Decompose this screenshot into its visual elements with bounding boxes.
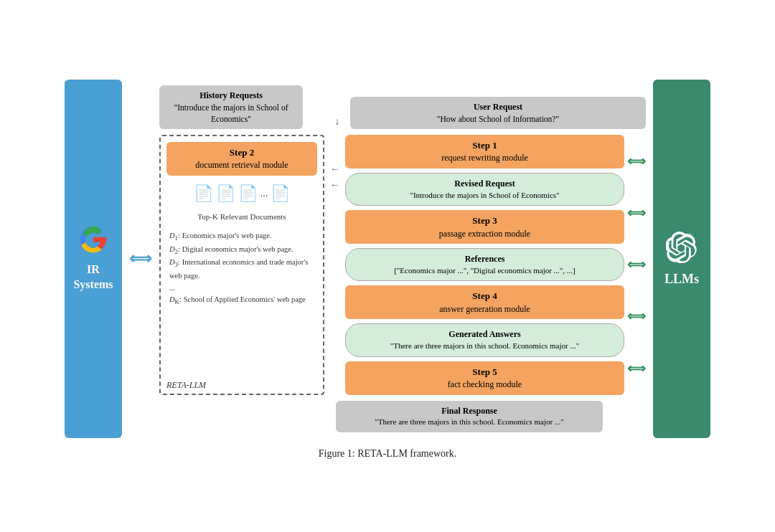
user-request-spacer: User Request "How about School of Inform… — [350, 97, 646, 129]
revised-request-box: Revised Request "Introduce the majors in… — [345, 173, 624, 206]
topk-label: Top-K Relevant Documents — [166, 212, 317, 222]
generated-answers-text: "There are three majors in this school. … — [354, 341, 615, 351]
docs-icons-row: 📄 📄 📄 ... 📄 — [166, 181, 317, 206]
doc-list: D1: Economics major's web page. D2: Digi… — [166, 227, 317, 325]
doc-item-k: DK: School of Applied Economics' web pag… — [169, 294, 314, 307]
revised-request-text: "Introduce the majors in School of Econo… — [354, 190, 615, 201]
step1-label: request rewriting module — [441, 153, 528, 163]
left-dashed-panel: Step 2 document retrieval module 📄 📄 📄 .… — [159, 135, 324, 395]
llm-arrows-col: ⟺ ⟺ ⟺ ⟺ ⟺ — [627, 135, 646, 395]
final-response-row: Final Response "There are three majors i… — [159, 399, 646, 432]
google-logo — [79, 225, 108, 257]
doc-item-1: D1: Economics major's web page. — [169, 230, 314, 243]
doc-item-3: D3: International economics and trade ma… — [169, 257, 314, 282]
doc-icon-2: 📄 — [216, 184, 235, 203]
step3-label: passage extraction module — [439, 229, 530, 239]
step3-num: Step 3 — [354, 214, 616, 227]
doc-item-dots: ... — [169, 282, 314, 295]
final-response-text: "There are three majors in this school. … — [344, 417, 594, 427]
final-response-title: Final Response — [344, 405, 594, 417]
references-text: ["Economics major ...", "Digital economi… — [354, 265, 615, 276]
history-requests-box: History Requests "Introduce the majors i… — [159, 85, 303, 129]
ir-systems-label: IR Systems — [68, 262, 118, 293]
diagram: IR Systems ⟺ History Requests "Introduce… — [65, 80, 710, 438]
main-content: Step 2 document retrieval module 📄 📄 📄 .… — [159, 135, 646, 395]
references-title: References — [354, 253, 615, 265]
step2-label: document retrieval module — [195, 160, 288, 170]
step4-box: Step 4 answer generation module — [345, 285, 624, 319]
right-plus-arrows: Step 1 request rewriting module Revised … — [345, 135, 646, 395]
llm-arrow-3: ⟺ — [627, 258, 646, 271]
final-response-box: Final Response "There are three majors i… — [336, 401, 603, 432]
llm-arrow-2: ⟺ — [627, 206, 646, 219]
middle-panel: History Requests "Introduce the majors i… — [159, 85, 646, 432]
step4-label: answer generation module — [439, 304, 530, 314]
user-request-title: User Request — [359, 101, 637, 113]
history-title: History Requests — [168, 90, 294, 102]
left-blue-arrow-icon: ⟺ — [129, 250, 152, 268]
step3-box: Step 3 passage extraction module — [345, 210, 624, 244]
openai-logo — [666, 232, 698, 272]
left-to-right-arrow: ← — [330, 163, 339, 175]
user-request-text: "How about School of Information?" — [437, 115, 559, 123]
history-spacer: History Requests "Introduce the majors i… — [159, 85, 324, 129]
history-down-arrow: ↓ — [332, 116, 343, 129]
right-panel: Step 1 request rewriting module Revised … — [345, 135, 624, 395]
doc-icon-1: 📄 — [194, 184, 213, 203]
generated-answers-title: Generated Answers — [354, 328, 615, 341]
reta-label: RETA-LLM — [166, 380, 206, 391]
doc-item-2: D2: Digital economics major's web page. — [169, 244, 314, 257]
step5-label: fact checking module — [448, 379, 522, 389]
revised-request-title: Revised Request — [354, 178, 615, 190]
history-text: "Introduce the majors in School of Econo… — [174, 103, 288, 123]
step2-num: Step 2 — [174, 146, 310, 159]
mid-arrows-col: ← ← — [330, 135, 339, 395]
ir-systems-panel: IR Systems — [65, 80, 122, 438]
step4-num: Step 4 — [354, 290, 616, 303]
step2-box: Step 2 document retrieval module — [166, 142, 317, 176]
llm-arrow-5: ⟺ — [627, 362, 646, 375]
step1-num: Step 1 — [354, 139, 616, 152]
figure-container: IR Systems ⟺ History Requests "Introduce… — [43, 65, 732, 467]
figure-caption: Figure 1: RETA-LLM framework. — [65, 448, 710, 460]
llm-arrow-1: ⟺ — [627, 155, 646, 168]
doc-icon-4: 📄 — [271, 184, 290, 203]
docs-ellipsis: ... — [260, 188, 268, 199]
step5-num: Step 5 — [354, 366, 616, 379]
top-row: History Requests "Introduce the majors i… — [159, 85, 646, 129]
user-request-box: User Request "How about School of Inform… — [350, 97, 646, 129]
doc-icon-3: 📄 — [238, 184, 258, 203]
references-box: References ["Economics major ...", "Digi… — [345, 248, 624, 281]
step1-box: Step 1 request rewriting module — [345, 135, 624, 168]
generated-answers-box: Generated Answers "There are three major… — [345, 323, 624, 356]
step5-box: Step 5 fact checking module — [345, 361, 624, 395]
right-to-step3-arrow: ← — [330, 179, 339, 191]
llms-panel: LLMs — [653, 80, 710, 438]
ir-arrow: ⟺ — [129, 250, 152, 268]
llm-label: LLMs — [664, 272, 699, 287]
llm-arrow-4: ⟺ — [627, 310, 646, 323]
